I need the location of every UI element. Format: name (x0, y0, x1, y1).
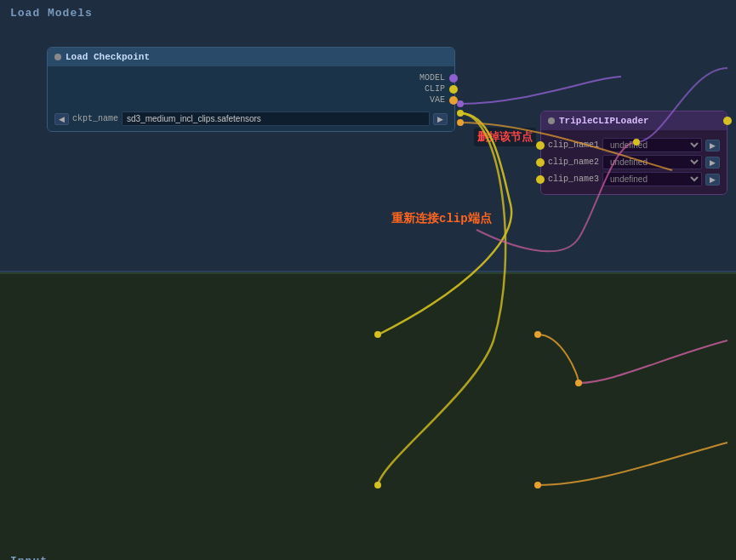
load-checkpoint-dot (54, 54, 61, 60)
clip-name1-port[interactable] (536, 141, 545, 150)
clip-name3-label: clip_name3 (548, 174, 599, 184)
vae-label: VAE (430, 95, 445, 105)
node-triple-clip-loader: TripleCLIPLoader clip_name1 undefined ▶ … (540, 111, 727, 195)
clip-name1-select[interactable]: undefined (602, 138, 702, 152)
model-port[interactable] (449, 74, 458, 83)
clip-name2-select[interactable]: undefined (602, 155, 702, 169)
load-checkpoint-body: MODEL CLIP VAE ◀ ckpt_name ▶ (48, 66, 454, 131)
triple-clip-dot (548, 117, 555, 124)
load-checkpoint-header: Load Checkpoint (48, 48, 454, 66)
section-load-models: Load Models Load Checkpoint MODEL CLIP V… (0, 0, 736, 272)
node-load-checkpoint: Load Checkpoint MODEL CLIP VAE ◀ ckpt_na… (47, 47, 455, 132)
clip-name1-label: clip_name1 (548, 140, 599, 150)
clip-name2-row: clip_name2 undefined ▶ (548, 155, 720, 169)
clip-name1-arrow[interactable]: ▶ (705, 140, 720, 151)
ckpt-arrow-right[interactable]: ▶ (433, 113, 448, 125)
ckpt-arrow-left[interactable]: ◀ (54, 113, 69, 125)
ckpt-name-row: ◀ ckpt_name ▶ (54, 111, 448, 126)
ckpt-name-input[interactable] (122, 111, 430, 126)
model-output-row: MODEL (54, 73, 448, 83)
annotation-reconnect: 重新连接clip端点 (391, 211, 492, 226)
clip-name3-row: clip_name3 undefined ▶ (548, 172, 720, 186)
vae-output-row: VAE (54, 95, 448, 105)
model-label: MODEL (419, 73, 445, 83)
clip-name3-select[interactable]: undefined (602, 172, 702, 186)
triple-clip-output-port[interactable] (723, 117, 732, 125)
clip-name3-arrow[interactable]: ▶ (705, 174, 720, 186)
clip-label: CLIP (425, 84, 445, 94)
clip-name2-label: clip_name2 (548, 157, 599, 167)
clip-port[interactable] (449, 85, 458, 94)
load-checkpoint-title: Load Checkpoint (66, 52, 150, 62)
clip-name1-row: clip_name1 undefined ▶ (548, 138, 720, 152)
triple-clip-title: TripleCLIPLoader (559, 116, 649, 126)
clip-name3-port[interactable] (536, 175, 545, 184)
load-models-title: Load Models (0, 0, 736, 26)
clip-name2-port[interactable] (536, 158, 545, 167)
ckpt-name-label: ckpt_name (72, 114, 118, 123)
section-input: Input Seed INT ◀ value ▶ ◀ control_after… (0, 272, 736, 560)
triple-clip-header: TripleCLIPLoader (541, 111, 727, 130)
vae-port[interactable] (449, 96, 458, 105)
clip-name2-arrow[interactable]: ▶ (705, 157, 720, 169)
clip-output-row: CLIP (54, 84, 448, 94)
triple-clip-body: clip_name1 undefined ▶ clip_name2 undefi… (541, 130, 727, 194)
input-title: Input (0, 548, 58, 560)
annotation-delete: 删掉该节点 (474, 128, 536, 146)
